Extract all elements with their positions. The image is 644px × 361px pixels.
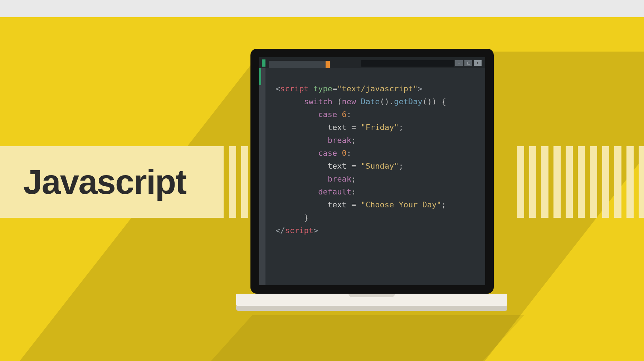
code-token: text xyxy=(328,200,347,209)
code-token: "Choose Your Day" xyxy=(361,200,441,209)
code-token: ; xyxy=(399,123,403,132)
code-token: Date xyxy=(356,97,380,106)
code-token: script xyxy=(285,226,313,235)
code-token: = xyxy=(347,162,361,170)
code-token: = xyxy=(332,84,337,93)
decorative-bar xyxy=(541,146,548,218)
code-token: > xyxy=(313,226,318,235)
decorative-bar xyxy=(590,146,597,218)
decorative-bars-left xyxy=(229,146,248,218)
code-token: "Friday" xyxy=(361,123,399,132)
editor-tab[interactable] xyxy=(269,61,326,68)
window-buttons: – ▢ x xyxy=(455,60,482,66)
decorative-bar xyxy=(241,146,248,218)
code-token: default xyxy=(318,187,351,196)
code-token: "text/javascript" xyxy=(337,84,418,93)
decorative-bar xyxy=(626,146,634,218)
code-token: = xyxy=(347,123,361,132)
decorative-bar xyxy=(578,146,585,218)
laptop-base-edge xyxy=(236,306,507,311)
code-token: ( xyxy=(332,97,342,106)
appbar-accent-icon xyxy=(262,59,265,67)
code-block: <script type="text/javascript"> switch (… xyxy=(275,82,446,237)
code-token: > xyxy=(418,84,422,93)
code-token: ; xyxy=(351,174,356,183)
code-token: break xyxy=(328,174,351,183)
code-token: ; xyxy=(441,200,446,209)
code-token: type xyxy=(313,84,332,93)
code-token: script xyxy=(280,84,308,93)
code-token: "Sunday" xyxy=(361,162,399,170)
code-token: </ xyxy=(275,226,285,235)
code-token: text xyxy=(328,123,347,132)
code-token: { xyxy=(436,97,446,106)
code-token: (). xyxy=(380,97,394,106)
laptop: – ▢ x <script type="text/javascript"> sw… xyxy=(250,49,494,306)
code-token: < xyxy=(275,84,280,93)
decorative-bar xyxy=(602,146,609,218)
decorative-bar xyxy=(566,146,573,218)
code-token: 6 xyxy=(337,110,347,119)
decorative-bar xyxy=(553,146,561,218)
decorative-bars-right xyxy=(517,146,644,218)
title-band: Javascript xyxy=(0,146,224,218)
minimize-button[interactable]: – xyxy=(455,60,463,66)
code-token: text xyxy=(328,162,347,170)
address-field[interactable] xyxy=(361,60,454,67)
editor-tab-accent-icon xyxy=(326,61,330,68)
editor-screen: – ▢ x <script type="text/javascript"> sw… xyxy=(259,57,485,285)
decorative-bar xyxy=(639,146,644,218)
maximize-button[interactable]: ▢ xyxy=(464,60,472,66)
close-button[interactable]: x xyxy=(474,60,482,66)
decorative-bar xyxy=(517,146,524,218)
decorative-bar xyxy=(614,146,621,218)
laptop-screen-bezel: – ▢ x <script type="text/javascript"> sw… xyxy=(250,49,494,294)
code-token: new xyxy=(342,97,356,106)
laptop-base xyxy=(236,294,507,306)
editor-gutter-accent-icon xyxy=(259,68,261,85)
code-token: ; xyxy=(351,136,356,145)
background-top-strip xyxy=(0,0,644,17)
code-token: switch xyxy=(304,97,332,106)
code-token: case xyxy=(318,110,337,119)
page-title: Javascript xyxy=(23,162,186,202)
code-token: ; xyxy=(399,162,403,170)
code-token: : xyxy=(347,110,351,119)
code-token: 0 xyxy=(337,149,347,158)
editor-appbar: – ▢ x xyxy=(259,57,485,68)
code-token: : xyxy=(351,187,356,196)
code-token: ()) xyxy=(423,97,437,106)
code-token: } xyxy=(304,213,308,222)
code-token: break xyxy=(328,136,351,145)
editor-gutter xyxy=(259,68,265,285)
decorative-bar xyxy=(529,146,536,218)
code-token: = xyxy=(347,200,361,209)
code-token: getDay xyxy=(394,97,422,106)
code-token: case xyxy=(318,149,337,158)
code-token: : xyxy=(347,149,351,158)
decorative-bar xyxy=(229,146,236,218)
laptop-notch xyxy=(348,294,395,297)
